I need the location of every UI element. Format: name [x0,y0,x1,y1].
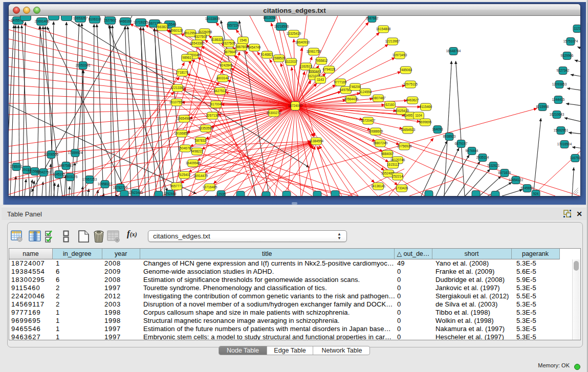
svg-text:17016504: 17016504 [557,142,572,146]
svg-text:8186328: 8186328 [211,38,224,41]
svg-text:7663822: 7663822 [156,25,169,29]
svg-text:15720407: 15720407 [361,119,376,122]
svg-text:8938923: 8938923 [443,135,456,138]
svg-text:9327503: 9327503 [194,35,207,38]
svg-text:16961758: 16961758 [307,50,321,53]
svg-text:13325419: 13325419 [287,32,301,35]
svg-text:19166852: 19166852 [175,132,189,135]
svg-text:18724007: 18724007 [288,104,303,107]
svg-text:12093853: 12093853 [552,82,567,86]
svg-text:1527602: 1527602 [104,18,117,22]
svg-text:9875645: 9875645 [224,50,237,54]
svg-text:16154808: 16154808 [376,27,391,31]
svg-text:6794028: 6794028 [323,68,336,71]
svg-text:15692951: 15692951 [554,128,569,132]
svg-text:8454749: 8454749 [248,46,261,49]
svg-text:1733426: 1733426 [396,186,408,190]
svg-text:20206556: 20206556 [44,152,59,156]
svg-text:1546: 1546 [239,38,247,42]
svg-text:116753: 116753 [570,156,580,160]
svg-text:1292448: 1292448 [164,192,177,195]
svg-text:2935114: 2935114 [476,156,489,159]
svg-text:12975115: 12975115 [403,82,418,86]
svg-text:1785001: 1785001 [10,165,23,168]
svg-text:7625402: 7625402 [178,173,191,177]
svg-text:924: 924 [533,192,539,195]
svg-text:16782759: 16782759 [113,186,128,189]
svg-text:16648784: 16648784 [446,49,461,53]
svg-text:8471676: 8471676 [498,171,511,174]
svg-text:9146821: 9146821 [261,53,274,56]
svg-text:18807249: 18807249 [373,141,388,145]
svg-text:9699695: 9699695 [419,120,432,124]
svg-text:746206: 746206 [350,85,361,89]
svg-text:7485063: 7485063 [400,68,412,72]
svg-text:13654923: 13654923 [401,128,416,132]
svg-text:8813054: 8813054 [264,16,276,19]
svg-text:20756928: 20756928 [397,144,412,148]
svg-text:18640910: 18640910 [295,40,310,44]
svg-text:14136141: 14136141 [371,184,386,188]
svg-text:587832: 587832 [195,139,206,142]
svg-text:9327505: 9327505 [223,41,235,45]
svg-text:62160: 62160 [385,103,395,106]
svg-text:19975887: 19975887 [59,164,74,167]
svg-text:1143: 1143 [317,78,324,81]
svg-text:98961: 98961 [182,56,191,59]
svg-text:2687682: 2687682 [366,16,379,20]
svg-text:17359924: 17359924 [68,151,83,155]
svg-text:8960128: 8960128 [170,29,183,32]
svg-text:9777169: 9777169 [334,80,347,84]
svg-text:8912954: 8912954 [184,31,197,35]
svg-text:9884067: 9884067 [381,152,394,156]
svg-text:7632621: 7632621 [487,164,500,167]
svg-text:19218506: 19218506 [274,25,289,28]
svg-text:817004: 817004 [210,102,222,106]
svg-text:1121: 1121 [574,27,580,30]
svg-text:3267130: 3267130 [206,114,219,117]
svg-text:3124554: 3124554 [359,90,372,94]
svg-text:15751074: 15751074 [563,39,578,43]
svg-text:9245652: 9245652 [521,186,534,190]
svg-text:8215958: 8215958 [536,105,549,108]
svg-text:9463627: 9463627 [406,98,419,102]
svg-text:17957253: 17957253 [82,178,97,181]
svg-text:16033809: 16033809 [205,17,220,20]
svg-text:1162615: 1162615 [300,64,313,68]
svg-text:10958107: 10958107 [98,182,113,186]
svg-text:12935: 12935 [216,192,226,196]
svg-text:13353594: 13353594 [199,126,213,130]
svg-text:1244415: 1244415 [552,98,565,101]
svg-text:10973493: 10973493 [393,53,407,57]
svg-text:10654122: 10654122 [509,178,524,182]
svg-text:9657771: 9657771 [170,184,183,188]
svg-text:9498222: 9498222 [191,149,204,153]
svg-text:20564436: 20564436 [344,97,359,101]
svg-text:7857224: 7857224 [227,24,239,27]
svg-text:12923448: 12923448 [128,191,143,194]
svg-text:11384554: 11384554 [309,139,323,143]
svg-text:9474444: 9474444 [466,149,478,152]
svg-text:20053346: 20053346 [76,63,91,67]
svg-text:10719155: 10719155 [134,20,148,24]
svg-text:9115460: 9115460 [420,105,432,108]
svg-text:1104: 1104 [415,114,422,117]
svg-text:1588520: 1588520 [273,56,286,60]
svg-text:16210643: 16210643 [550,113,564,116]
svg-text:10688609: 10688609 [368,129,383,133]
svg-text:8322037: 8322037 [285,60,298,63]
svg-text:12942757: 12942757 [36,170,51,174]
svg-text:12213967: 12213967 [385,39,400,43]
svg-text:12503125: 12503125 [63,175,78,179]
svg-text:9329966: 9329966 [561,54,574,57]
svg-text:1615112: 1615112 [387,163,400,166]
svg-text:6466160: 6466160 [119,19,132,23]
svg-text:16914479: 16914479 [193,174,208,178]
svg-text:16107553: 16107553 [169,100,184,104]
svg-text:16543382: 16543382 [190,41,205,45]
svg-text:19654983: 19654983 [177,117,192,120]
svg-text:2718176: 2718176 [176,71,189,74]
svg-text:16409948: 16409948 [186,161,201,165]
svg-text:9242845: 9242845 [220,63,233,67]
svg-text:10653267: 10653267 [73,16,88,20]
